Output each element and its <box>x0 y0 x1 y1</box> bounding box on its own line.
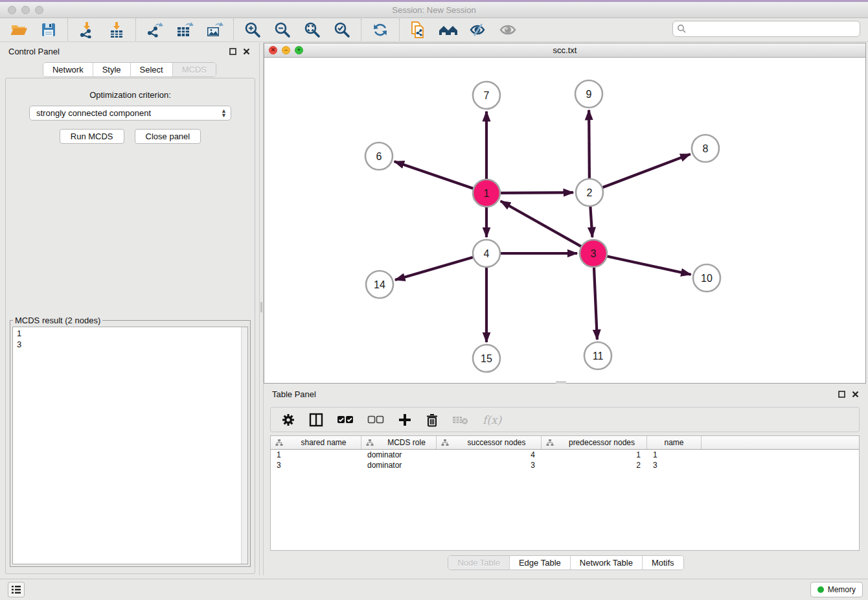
clone-network-button[interactable] <box>409 20 428 40</box>
export-image-button[interactable] <box>205 20 224 40</box>
graph-node-1[interactable]: 1 <box>473 179 500 207</box>
mcds-result-line: 3 <box>17 339 247 350</box>
column-header-predecessor-nodes[interactable]: predecessor nodes <box>542 436 647 449</box>
table-panel-title: Table Panel <box>264 389 838 399</box>
run-mcds-button[interactable]: Run MCDS <box>60 129 124 144</box>
apply-preferred-layout-button[interactable] <box>371 20 390 40</box>
svg-text:1: 1 <box>484 188 490 199</box>
zoom-out-button[interactable] <box>273 20 292 40</box>
graph-edge-3-10[interactable] <box>606 256 691 275</box>
graph-edge-2-9[interactable] <box>589 110 589 180</box>
table-cell[interactable]: 3 <box>271 461 361 470</box>
plus-icon <box>398 413 412 427</box>
table-cell[interactable]: 3 <box>647 461 702 470</box>
open-session-button[interactable] <box>9 20 29 40</box>
graph-node-10[interactable]: 10 <box>693 264 720 292</box>
function-builder-button[interactable]: f(x) <box>483 413 501 426</box>
table-cell[interactable]: dominator <box>361 461 437 470</box>
column-header-name[interactable]: name <box>647 436 702 449</box>
tab-mcds[interactable]: MCDS <box>173 63 216 76</box>
tab-edge-table[interactable]: Edge Table <box>510 556 571 570</box>
zoom-in-button[interactable] <box>243 20 262 40</box>
export-table-button[interactable] <box>175 20 194 40</box>
tab-node-table[interactable]: Node Table <box>448 556 510 570</box>
criterion-select[interactable]: strongly connected component <box>29 106 231 121</box>
float-panel-icon[interactable] <box>229 48 236 55</box>
export-network-button[interactable] <box>145 20 165 40</box>
tab-style[interactable]: Style <box>93 63 131 76</box>
show-graphics-details-button[interactable] <box>498 20 518 40</box>
import-network-button[interactable] <box>77 20 97 40</box>
graph-node-11[interactable]: 11 <box>584 342 611 369</box>
close-panel-icon[interactable] <box>243 48 250 55</box>
close-panel-icon[interactable] <box>852 391 859 398</box>
node-table: shared nameMCDS rolesuccessor nodesprede… <box>270 435 860 551</box>
graph-node-9[interactable]: 9 <box>575 80 602 108</box>
delete-button[interactable] <box>426 413 439 427</box>
export-network-icon <box>146 21 163 38</box>
table-cell[interactable]: 3 <box>437 461 542 470</box>
memory-label: Memory <box>828 585 856 594</box>
graph-node-14[interactable]: 14 <box>366 271 393 298</box>
graph-node-8[interactable]: 8 <box>692 135 719 162</box>
graph-edge-1-6[interactable] <box>394 161 475 189</box>
close-panel-button[interactable]: Close panel <box>135 129 201 144</box>
search-icon <box>677 24 687 34</box>
zoom-fit-button[interactable] <box>303 20 322 40</box>
vertical-splitter[interactable] <box>259 43 264 575</box>
tab-motifs[interactable]: Motifs <box>643 556 683 570</box>
graph-node-6[interactable]: 6 <box>365 143 393 170</box>
delete-column-button[interactable] <box>452 414 469 426</box>
tab-network-table[interactable]: Network Table <box>571 556 643 570</box>
network-canvas[interactable]: 1234678910111415 <box>264 58 865 383</box>
column-header-MCDS-role[interactable]: MCDS role <box>361 436 437 449</box>
graph-edge-2-8[interactable] <box>601 154 691 188</box>
open-folder-icon <box>10 21 28 38</box>
memory-button[interactable]: Memory <box>810 582 863 597</box>
table-cell[interactable]: 1 <box>542 450 647 459</box>
svg-text:9: 9 <box>586 89 592 100</box>
table-row[interactable]: 3dominator323 <box>271 460 859 470</box>
graph-node-4[interactable]: 4 <box>473 240 500 267</box>
first-neighbors-button[interactable] <box>439 20 458 40</box>
import-table-button[interactable] <box>107 20 126 40</box>
zoom-fit-icon <box>304 21 321 38</box>
select-all-button[interactable] <box>337 415 354 424</box>
table-cell[interactable]: 1 <box>271 450 361 459</box>
graph-edge-2-3[interactable] <box>590 205 592 237</box>
search-input[interactable] <box>672 21 860 37</box>
import-network-icon <box>78 21 95 38</box>
tab-network[interactable]: Network <box>43 63 93 76</box>
graph-edge-4-14[interactable] <box>395 257 475 280</box>
hide-graphics-details-button[interactable] <box>468 20 488 40</box>
float-panel-icon[interactable] <box>838 391 845 398</box>
tab-select[interactable]: Select <box>131 63 173 76</box>
zoom-selected-button[interactable] <box>332 20 352 40</box>
table-cell[interactable]: dominator <box>361 450 437 459</box>
attribute-type-icon <box>441 439 449 446</box>
show-columns-button[interactable] <box>309 413 323 427</box>
table-cell[interactable]: 2 <box>542 461 647 470</box>
deselect-all-button[interactable] <box>367 415 384 424</box>
graph-edge-3-1[interactable] <box>501 201 583 247</box>
table-settings-button[interactable] <box>281 413 295 427</box>
graph-node-3[interactable]: 3 <box>580 240 607 267</box>
horizontal-splitter-grip[interactable] <box>556 381 566 384</box>
mcds-result-text[interactable]: 13 <box>12 327 248 564</box>
graph-edge-1-2[interactable] <box>499 192 573 193</box>
window-title: Session: New Session <box>0 5 868 15</box>
control-panel: Control Panel NetworkStyleSelectMCDS Opt… <box>0 43 259 575</box>
scrollbar[interactable] <box>241 327 247 564</box>
column-header-shared-name[interactable]: shared name <box>271 436 361 449</box>
table-cell[interactable]: 1 <box>647 450 702 459</box>
graph-node-7[interactable]: 7 <box>473 82 500 109</box>
graph-node-15[interactable]: 15 <box>473 345 500 372</box>
table-cell[interactable]: 4 <box>437 450 542 459</box>
column-header-successor-nodes[interactable]: successor nodes <box>437 436 542 449</box>
graph-node-2[interactable]: 2 <box>576 179 603 206</box>
graph-edge-3-11[interactable] <box>594 266 597 340</box>
add-row-button[interactable] <box>398 413 412 427</box>
task-history-button[interactable] <box>8 582 25 597</box>
table-row[interactable]: 1dominator411 <box>271 450 859 460</box>
save-session-button[interactable] <box>39 20 58 40</box>
